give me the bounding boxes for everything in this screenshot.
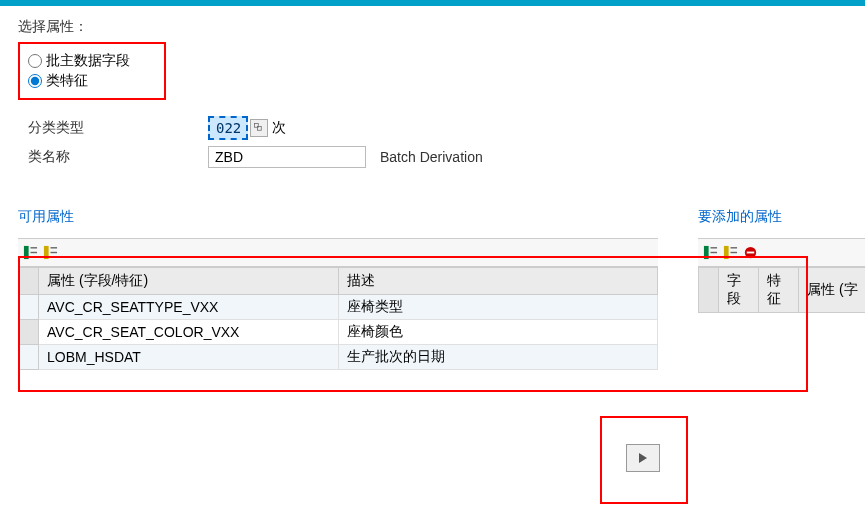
- table-row[interactable]: AVC_CR_SEAT_COLOR_VXX 座椅颜色: [19, 320, 658, 345]
- svg-rect-10: [703, 246, 708, 259]
- attr-column-header[interactable]: 属性 (字: [799, 268, 866, 313]
- svg-rect-6: [43, 246, 48, 259]
- char-column-header[interactable]: 特征: [759, 268, 799, 313]
- class-type-label: 分类类型: [28, 119, 208, 137]
- deselect-all-icon[interactable]: [722, 245, 738, 261]
- class-name-label: 类名称: [28, 148, 208, 166]
- remove-icon[interactable]: [742, 245, 758, 261]
- available-table-wrapper: 属性 (字段/特征) 描述 AVC_CR_SEATTYPE_VXX 座椅类型 A: [18, 238, 658, 370]
- attribute-type-radio-group: 批主数据字段 类特征: [18, 42, 166, 100]
- select-column-header[interactable]: [19, 268, 39, 295]
- select-all-icon[interactable]: [702, 245, 718, 261]
- desc-cell: 座椅类型: [339, 295, 658, 320]
- radio-master-data-label: 批主数据字段: [46, 52, 130, 70]
- class-type-help-icon[interactable]: [250, 119, 268, 137]
- select-attribute-label: 选择属性：: [18, 18, 847, 36]
- available-attributes-table: 属性 (字段/特征) 描述 AVC_CR_SEATTYPE_VXX 座椅类型 A: [18, 267, 658, 370]
- to-add-attributes-table: 字段 特征 属性 (字: [698, 267, 865, 313]
- select-all-icon[interactable]: [22, 245, 38, 261]
- class-type-row: 分类类型 022 次: [28, 116, 847, 140]
- svg-rect-2: [23, 246, 28, 259]
- attr-cell: AVC_CR_SEATTYPE_VXX: [39, 295, 339, 320]
- radio-class-characteristic-label: 类特征: [46, 72, 88, 90]
- svg-marker-20: [639, 453, 647, 463]
- move-right-button[interactable]: [626, 444, 660, 472]
- class-name-row: 类名称 Batch Derivation: [28, 146, 847, 168]
- attribute-column-header[interactable]: 属性 (字段/特征): [39, 268, 339, 295]
- radio-row-master-data[interactable]: 批主数据字段: [28, 52, 156, 70]
- select-column-header[interactable]: [699, 268, 719, 313]
- table-row[interactable]: AVC_CR_SEATTYPE_VXX 座椅类型: [19, 295, 658, 320]
- table-row[interactable]: LOBM_HSDAT 生产批次的日期: [19, 345, 658, 370]
- radio-master-data[interactable]: [28, 54, 42, 68]
- description-column-header[interactable]: 描述: [339, 268, 658, 295]
- attr-cell: AVC_CR_SEAT_COLOR_VXX: [39, 320, 339, 345]
- svg-rect-14: [723, 246, 728, 259]
- to-add-table-wrapper: 字段 特征 属性 (字: [698, 238, 865, 313]
- radio-class-characteristic[interactable]: [28, 74, 42, 88]
- main-content: 选择属性： 批主数据字段 类特征 分类类型 022 次 类名称 Batch De…: [0, 6, 865, 220]
- svg-rect-19: [746, 252, 754, 254]
- attr-cell: LOBM_HSDAT: [39, 345, 339, 370]
- to-add-attributes-panel: 要添加的属性 字: [698, 208, 865, 313]
- to-add-attributes-title: 要添加的属性: [698, 208, 865, 226]
- available-attributes-title: 可用属性: [18, 208, 658, 226]
- class-type-suffix: 次: [272, 119, 286, 137]
- field-column-header[interactable]: 字段: [719, 268, 759, 313]
- class-name-description: Batch Derivation: [380, 149, 483, 165]
- available-attributes-panel: 可用属性 属性 (字段/特征) 描述: [18, 208, 658, 370]
- class-name-input[interactable]: [208, 146, 366, 168]
- desc-cell: 座椅颜色: [339, 320, 658, 345]
- to-add-table-toolbar: [698, 239, 865, 267]
- row-selector[interactable]: [19, 295, 39, 320]
- class-type-input[interactable]: 022: [208, 116, 248, 140]
- radio-row-class-char[interactable]: 类特征: [28, 72, 156, 90]
- deselect-all-icon[interactable]: [42, 245, 58, 261]
- row-selector[interactable]: [19, 320, 39, 345]
- row-selector[interactable]: [19, 345, 39, 370]
- desc-cell: 生产批次的日期: [339, 345, 658, 370]
- triangle-right-icon: [638, 452, 648, 464]
- available-table-toolbar: [18, 239, 658, 267]
